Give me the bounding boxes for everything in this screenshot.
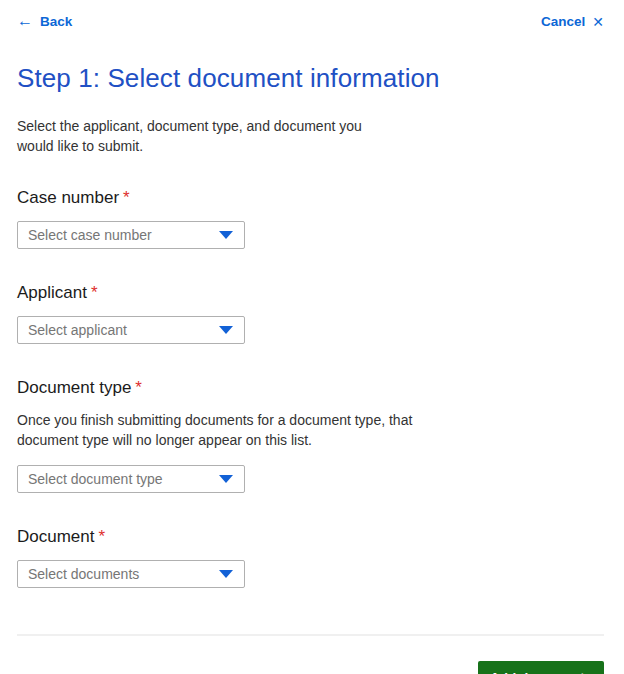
applicant-label-text: Applicant (17, 283, 87, 302)
add-documents-button[interactable]: Add documents (478, 661, 604, 674)
document-type-placeholder: Select document type (28, 472, 163, 486)
cancel-link-label: Cancel (541, 15, 585, 29)
back-arrow-icon: ← (17, 13, 33, 29)
back-link[interactable]: ← Back (17, 14, 72, 30)
footer-divider (17, 634, 604, 636)
field-group-document-type: Document type* Once you finish submittin… (17, 378, 604, 493)
case-number-placeholder: Select case number (28, 228, 152, 242)
chevron-down-icon (219, 326, 233, 334)
document-type-select[interactable]: Select document type (17, 465, 245, 493)
page-title: Step 1: Select document information (17, 64, 604, 94)
applicant-label: Applicant* (17, 283, 604, 303)
required-marker: * (123, 188, 130, 207)
document-placeholder: Select documents (28, 567, 139, 581)
cancel-link[interactable]: Cancel ✕ (541, 15, 604, 29)
document-type-label: Document type* (17, 378, 604, 398)
applicant-placeholder: Select applicant (28, 323, 127, 337)
document-type-label-text: Document type (17, 378, 131, 397)
document-select[interactable]: Select documents (17, 560, 245, 588)
document-label-text: Document (17, 527, 94, 546)
field-group-applicant: Applicant* Select applicant (17, 283, 604, 344)
back-link-label: Back (40, 15, 72, 29)
case-number-label: Case number* (17, 188, 604, 208)
case-number-label-text: Case number (17, 188, 119, 207)
chevron-down-icon (219, 570, 233, 578)
required-marker: * (91, 283, 98, 302)
applicant-select[interactable]: Select applicant (17, 316, 245, 344)
required-marker: * (98, 527, 105, 546)
field-group-document: Document* Select documents (17, 527, 604, 588)
close-icon: ✕ (592, 15, 604, 29)
document-upload-page: ← Back Cancel ✕ Step 1: Select document … (0, 0, 624, 674)
page-subtitle: Select the applicant, document type, and… (17, 116, 399, 156)
document-type-help-text: Once you finish submitting documents for… (17, 410, 413, 450)
field-group-case-number: Case number* Select case number (17, 188, 604, 249)
top-bar: ← Back Cancel ✕ (17, 13, 604, 31)
case-number-select[interactable]: Select case number (17, 221, 245, 249)
required-marker: * (135, 378, 142, 397)
chevron-down-icon (219, 231, 233, 239)
footer-actions: Add documents (17, 661, 604, 674)
document-label: Document* (17, 527, 604, 547)
chevron-down-icon (219, 475, 233, 483)
